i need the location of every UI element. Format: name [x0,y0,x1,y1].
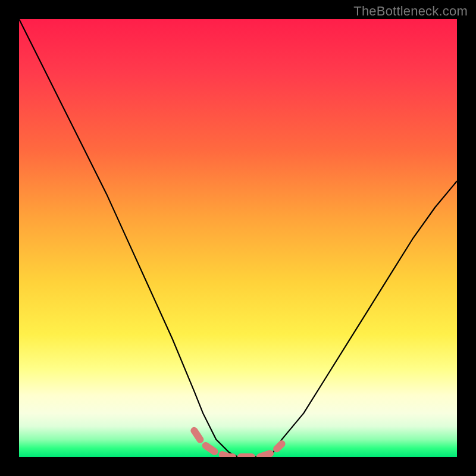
plot-area [19,19,457,457]
chart-frame: TheBottleneck.com [0,0,476,476]
watermark-text: TheBottleneck.com [353,4,468,19]
optimal-band-marker [194,431,281,457]
bottleneck-curve [19,19,457,457]
curve-layer [19,19,457,457]
